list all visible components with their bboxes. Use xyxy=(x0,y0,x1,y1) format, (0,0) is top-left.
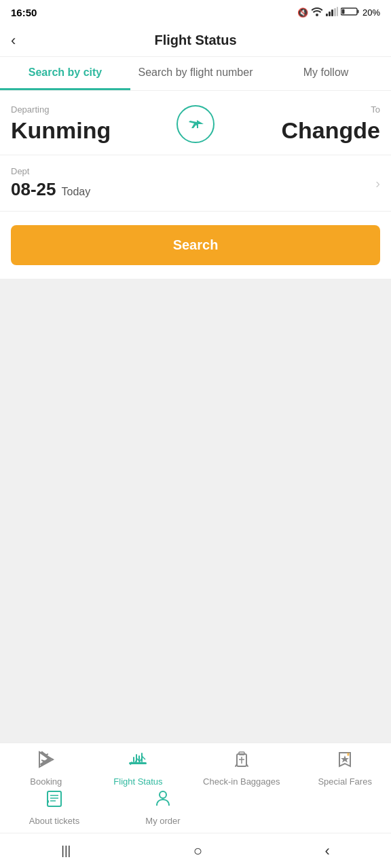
svg-point-0 xyxy=(316,14,318,16)
sys-back-button[interactable]: ‹ xyxy=(311,837,343,865)
status-time: 16:50 xyxy=(11,7,37,18)
sys-menu-button[interactable]: ||| xyxy=(48,838,84,863)
nav-my-order-label: My order xyxy=(145,816,180,826)
svg-text:¥: ¥ xyxy=(347,752,350,757)
tab-by-flight[interactable]: Search by flight number xyxy=(130,57,261,90)
flight-status-icon xyxy=(128,750,148,774)
from-label: Departing xyxy=(11,104,166,115)
nav-booking[interactable]: Booking xyxy=(19,750,73,787)
svg-rect-10 xyxy=(133,757,134,762)
svg-rect-8 xyxy=(341,9,344,14)
nav-special-fares-label: Special Fares xyxy=(318,776,371,787)
date-value: 08-25 Today xyxy=(11,179,90,200)
plane-circle xyxy=(176,105,215,143)
nav-special-fares[interactable]: ¥ Special Fares xyxy=(318,750,372,787)
date-number: 08-25 xyxy=(11,179,56,200)
svg-point-25 xyxy=(160,791,166,798)
date-info: Dept 08-25 Today xyxy=(11,166,90,200)
to-label: To xyxy=(225,104,380,115)
mute-icon: 🔇 xyxy=(297,7,308,18)
svg-rect-2 xyxy=(329,12,331,16)
content-area xyxy=(0,279,391,743)
city-from[interactable]: Departing Kunming xyxy=(11,104,166,144)
city-selector: Departing Kunming To Changde xyxy=(0,91,391,155)
status-bar: 16:50 🔇 20% xyxy=(0,0,391,24)
battery-icon xyxy=(341,7,360,18)
my-order-icon xyxy=(153,789,172,813)
svg-rect-3 xyxy=(331,9,333,16)
nav-my-order[interactable]: My order xyxy=(136,789,190,826)
booking-icon xyxy=(36,750,56,774)
nav-checkin-baggages-label: Check-in Baggages xyxy=(203,776,280,787)
svg-rect-1 xyxy=(326,14,328,16)
nav-flight-status[interactable]: Flight Status xyxy=(111,750,165,787)
tab-my-follow[interactable]: My follow xyxy=(261,57,391,90)
signal-icon xyxy=(326,7,338,18)
svg-rect-4 xyxy=(334,8,336,16)
from-city: Kunming xyxy=(11,117,166,144)
city-icon-area xyxy=(166,105,225,143)
svg-rect-7 xyxy=(357,9,358,13)
date-label: Dept xyxy=(11,166,90,176)
header: ‹ Flight Status xyxy=(0,24,391,57)
back-button[interactable]: ‹ xyxy=(11,32,16,50)
nav-booking-label: Booking xyxy=(30,776,62,787)
nav-row-1: Booking Flight Status xyxy=(0,750,391,787)
about-tickets-icon xyxy=(45,789,64,813)
nav-flight-status-label: Flight Status xyxy=(113,776,162,787)
sys-home-button[interactable]: ○ xyxy=(180,837,216,865)
special-fares-icon: ¥ xyxy=(335,750,354,774)
checkin-baggages-icon xyxy=(232,750,251,774)
nav-about-tickets[interactable]: About tickets xyxy=(27,789,81,826)
date-selector[interactable]: Dept 08-25 Today › xyxy=(0,155,391,212)
date-suffix: Today xyxy=(62,186,91,198)
bottom-nav: Booking Flight Status xyxy=(0,743,391,833)
city-to[interactable]: To Changde xyxy=(225,104,380,144)
search-button-container: Search xyxy=(0,212,391,279)
status-icons: 🔇 20% xyxy=(297,7,380,18)
system-nav-bar: ||| ○ ‹ xyxy=(0,833,391,868)
tab-by-city[interactable]: Search by city xyxy=(0,57,130,90)
svg-rect-5 xyxy=(337,7,338,16)
to-city: Changde xyxy=(225,117,380,144)
tabs-container: Search by city Search by flight number M… xyxy=(0,57,391,91)
nav-row-2: About tickets My order xyxy=(0,789,391,826)
nav-about-tickets-label: About tickets xyxy=(29,816,79,826)
page-title: Flight Status xyxy=(154,33,236,48)
battery-percent: 20% xyxy=(362,7,380,18)
search-button[interactable]: Search xyxy=(11,225,380,265)
chevron-right-icon: › xyxy=(375,176,380,191)
wifi-icon xyxy=(311,7,323,18)
svg-rect-21 xyxy=(48,791,61,806)
nav-checkin-baggages[interactable]: Check-in Baggages xyxy=(203,750,280,787)
